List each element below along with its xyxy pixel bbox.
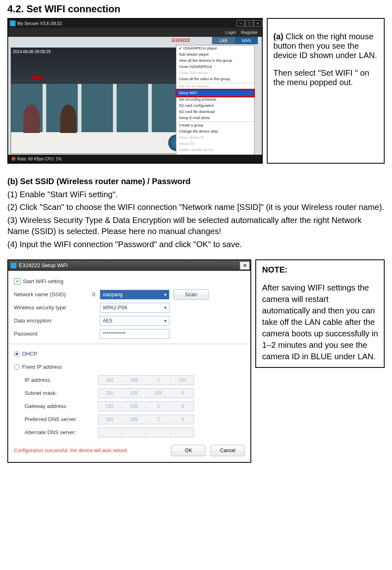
ssid-label: Network name (SSID): [14, 291, 88, 297]
dns2-input[interactable]: ... [98, 428, 194, 437]
password-input[interactable]: ************ [100, 329, 169, 339]
start-wifi-label: Start WiFi setting [23, 278, 63, 284]
section-heading: 4.2. Set WIFI connection [7, 3, 385, 15]
note-body: After saving WIFI settings the camera wi… [262, 282, 378, 362]
start-wifi-checkbox[interactable]: ✔ [14, 278, 20, 285]
menu-item-disabled: Open device ID [176, 135, 254, 141]
context-menu: ✔H264/MPEG4 player Sub-stream player Vie… [176, 45, 255, 164]
device-id: E324222 [172, 38, 190, 43]
menu-item[interactable]: Setup E-mail alerts [176, 115, 254, 121]
chevron-down-icon: ▾ [164, 318, 167, 324]
menu-item-disabled: Close Sub-stream [176, 70, 254, 76]
encryption-select[interactable]: AES▾ [100, 316, 169, 326]
minimize-button[interactable]: – [237, 20, 245, 27]
close-button[interactable]: × [254, 20, 262, 27]
menu-item-disabled: Delete remote device [176, 147, 254, 153]
mask-input[interactable]: 255.255.255.0 [98, 388, 194, 398]
register-link[interactable]: Register [241, 30, 258, 35]
menu-item[interactable]: View all the devices in this group [176, 58, 254, 64]
menu-setup-wifi[interactable]: Setup WiFi [176, 90, 254, 97]
dialog-titlebar: E324222 Setup WiFi × [8, 260, 250, 271]
dialog-title: E324222 Setup WiFi [19, 262, 68, 268]
menu-item[interactable]: Sub-stream player [176, 52, 254, 58]
ip-input[interactable]: 192.168.2.101 [98, 375, 194, 385]
note-heading: NOTE: [262, 265, 378, 275]
dhcp-label: DHCP [22, 351, 37, 357]
chevron-down-icon: ▾ [164, 292, 167, 297]
app-icon [11, 263, 16, 268]
wifi-dialog: E324222 Setup WiFi × ✔ Start WiFi settin… [7, 259, 251, 463]
ssid-select[interactable]: xiaopang▾ [100, 290, 169, 300]
menu-item[interactable]: SD card file download [176, 109, 254, 115]
step-a-text1: Click on the right mouse button then you… [273, 32, 377, 60]
tab-wan[interactable]: WAN [235, 37, 258, 44]
step-a-text2: Then select "Set WIFI " on the menu popp… [273, 68, 378, 87]
mask-label: Subnet mask: [25, 390, 98, 396]
security-label: Wireless security type: [14, 304, 88, 311]
menu-item[interactable]: Close H264/MPEG4 [176, 64, 254, 70]
highlight-marker [32, 76, 41, 80]
confirm-message: Configuration successful, the device wil… [14, 448, 166, 453]
dhcp-radio[interactable] [14, 351, 20, 357]
menu-item[interactable]: ✔H264/MPEG4 player [176, 45, 254, 52]
security-select[interactable]: WPA2-PSK▾ [100, 303, 169, 313]
status-text: Rate: 69 KBps CPU: 1% [17, 157, 61, 161]
step-b-4: (4) Input the WIFI connection "Password"… [7, 239, 385, 250]
scan-button[interactable]: Scan [173, 289, 209, 300]
gateway-label: Gateway address: [25, 403, 98, 409]
ip-label: IP address: [25, 377, 98, 383]
chevron-down-icon: ▾ [164, 305, 167, 311]
tab-lan[interactable]: LAN [212, 37, 235, 44]
close-button[interactable]: × [240, 261, 250, 270]
step-b-2: (2) Click "Scan" to choose the WIFI conn… [7, 202, 385, 213]
top-toolbar: Login Register [8, 28, 262, 37]
fixed-ip-label: Fixed IP address [22, 364, 62, 370]
menu-item-disabled: Set the IP address [176, 83, 254, 90]
video-timestamp: 2014-08-06 09:08:29 [13, 50, 51, 54]
window-titlebar: My Secure V3.E.08.01 – □ × [8, 19, 262, 28]
status-bar: Rate: 69 KBps CPU: 1% [8, 155, 262, 163]
app-icon [10, 20, 16, 26]
fixed-ip-radio[interactable] [14, 364, 20, 370]
menu-item[interactable]: Set recording schedule [176, 97, 254, 103]
video-panel: 2014-08-06 09:08:29 [11, 47, 187, 154]
dns2-label: Alternate DNS server: [25, 429, 98, 435]
step-b-1: (1) Enable "Start WiFi setting". [7, 189, 385, 201]
maximize-button[interactable]: □ [245, 20, 253, 27]
login-link[interactable]: Login [225, 30, 236, 35]
step-b-3: (3) Wireless Security Type & Data Encryp… [7, 215, 385, 237]
menu-item-disabled: Setup DO [176, 141, 254, 147]
menu-item[interactable]: Create a group [176, 122, 254, 128]
gateway-input[interactable]: 192.168.2.6 [98, 401, 194, 411]
step-a-label: (a) [273, 32, 283, 41]
dns1-input[interactable]: 192.168.2.6 [98, 415, 194, 424]
ssid-count: 0 [88, 291, 100, 297]
cancel-button[interactable]: Cancel [210, 445, 245, 456]
ok-button[interactable]: OK [171, 445, 205, 456]
screenshot-a: My Secure V3.E.08.01 – □ × Login Registe… [7, 18, 263, 164]
instruction-a: (a) Click on the right mouse button then… [267, 18, 385, 164]
step-b-heading: (b) Set SSID (Wireless router name) / Pa… [7, 176, 385, 187]
note-box: NOTE: After saving WIFI settings the cam… [255, 259, 385, 368]
instruction-b: (b) Set SSID (Wireless router name) / Pa… [7, 176, 385, 250]
window-title: My Secure V3.E.08.01 [17, 21, 62, 26]
encryption-label: Data encryption: [14, 318, 88, 324]
record-icon [11, 157, 16, 161]
menu-item[interactable]: Change the device alias [176, 128, 254, 135]
menu-item[interactable]: SD card configuration [176, 103, 254, 109]
menu-item[interactable]: Close all the video in this group [176, 76, 254, 82]
password-label: Password: [14, 331, 88, 337]
dns1-label: Preferred DNS server: [25, 416, 98, 422]
